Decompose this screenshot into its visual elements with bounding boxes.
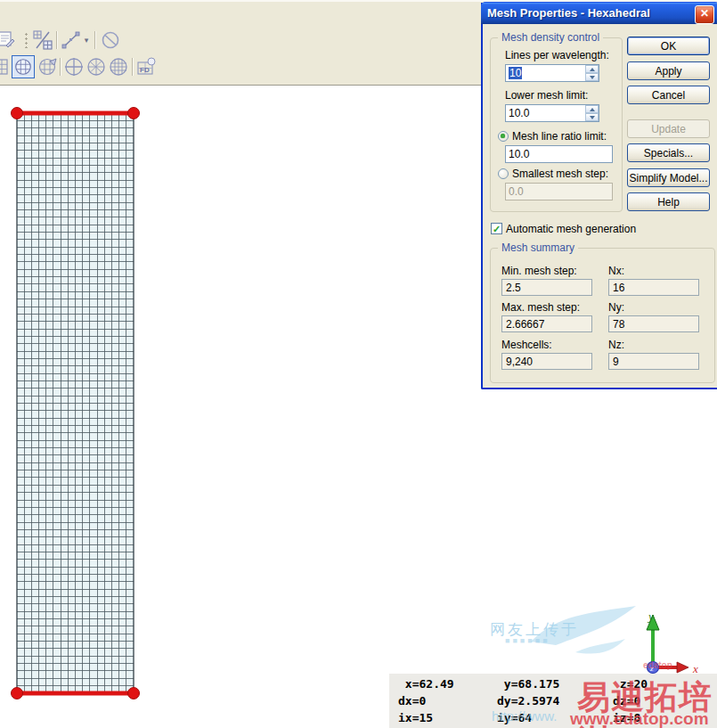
specials-button[interactable]: Specials... [627, 143, 710, 162]
axis-x-label: x [692, 662, 698, 675]
ny-label: Ny: [608, 301, 624, 314]
mesh-summary-caption: Mesh summary [498, 241, 578, 254]
cancel-button[interactable]: Cancel [627, 86, 710, 104]
close-icon[interactable]: ✕ [695, 5, 714, 24]
mesh-properties-icon[interactable] [32, 29, 53, 51]
toolbar-separator [94, 31, 96, 49]
axis-z-label: z [649, 664, 654, 673]
ok-button[interactable]: OK [627, 37, 710, 55]
max-mesh-step-label: Max. mesh step: [501, 301, 580, 314]
lower-mesh-limit-input[interactable]: 10.0 [505, 104, 599, 122]
lower-mesh-limit-value: 10.0 [509, 107, 529, 119]
vertex-handle[interactable] [128, 688, 140, 699]
mesh-line-ratio-value: 10.0 [509, 148, 529, 160]
toolbar-row-1: ▾ [0, 27, 267, 53]
help-button[interactable]: Help [627, 192, 710, 211]
template-icon[interactable] [0, 29, 16, 50]
apply-button[interactable]: Apply [627, 61, 710, 80]
curve-tool-icon[interactable] [61, 29, 82, 51]
application-window: ▾ [0, 0, 717, 728]
mesh-surface-icon[interactable] [37, 56, 59, 78]
mesh-line-ratio-label: Mesh line ratio limit: [512, 130, 607, 143]
lines-per-wavelength-label: Lines per wavelength: [505, 49, 609, 61]
toolbar-row-2: FD [0, 53, 267, 80]
axis-cross-icon[interactable] [63, 56, 85, 78]
vertex-handle[interactable] [12, 688, 23, 699]
axes-indicator: y z x [619, 608, 717, 683]
dialog-title: Mesh Properties - Hexahedral [481, 6, 650, 20]
meshcells-label: Meshcells: [501, 339, 552, 351]
min-mesh-step-field: 2.5 [501, 279, 592, 296]
nz-field: 9 [608, 353, 699, 370]
clipped-grid-icon[interactable] [0, 56, 11, 78]
vertex-handle[interactable] [12, 108, 23, 119]
mesh-plane-z-icon[interactable] [86, 56, 107, 78]
axis-y-label: y [647, 609, 654, 623]
nx-field: 16 [608, 279, 699, 296]
lower-mesh-limit-label: Lower mesh limit: [505, 89, 588, 102]
smallest-mesh-step-input: 0.0 [505, 183, 613, 200]
update-button: Update [627, 119, 710, 138]
spin-up-icon[interactable] [585, 105, 599, 113]
smallest-mesh-step-radio[interactable] [498, 168, 509, 179]
meshed-solid[interactable] [7, 103, 144, 704]
dialog-titlebar[interactable]: Mesh Properties - Hexahedral [481, 2, 717, 24]
mesh-line-ratio-radio[interactable] [498, 131, 509, 142]
smallest-mesh-step-value: 0.0 [509, 185, 524, 198]
lower-mesh-limit-stepper[interactable] [585, 105, 599, 121]
mesh-plane-y-icon[interactable] [108, 56, 129, 78]
meshcells-field: 9,240 [501, 353, 592, 370]
fd-mesh-icon[interactable]: FD [135, 56, 157, 78]
mesh-properties-dialog: Mesh Properties - Hexahedral ✕ Mesh dens… [481, 3, 717, 389]
lines-per-wavelength-input[interactable]: 10 [505, 64, 599, 82]
mesh-line-ratio-input[interactable]: 10.0 [505, 145, 613, 163]
mesh-density-caption: Mesh density control [498, 31, 603, 44]
toolbar-separator [60, 58, 61, 76]
ny-field: 78 [608, 315, 699, 332]
nz-label: Nz: [608, 339, 624, 351]
mesh-summary-group: Mesh summary Min. mesh step: 2.5 Nx: 16 … [490, 248, 715, 383]
automatic-mesh-label: Automatic mesh generation [506, 223, 636, 235]
spin-up-icon[interactable] [585, 65, 599, 73]
toolbar-grip[interactable] [25, 32, 28, 48]
mesh-density-group: Mesh density control Lines per wavelengt… [490, 37, 623, 212]
mesh-view-icon[interactable] [12, 55, 35, 78]
coordinate-readout-x: x=62.49 dx=0 ix=15 [398, 675, 454, 726]
toolbar-separator [56, 31, 58, 49]
disable-mesh-icon[interactable] [100, 29, 121, 51]
svg-text:FD: FD [140, 66, 150, 74]
max-mesh-step-field: 2.66667 [501, 315, 592, 332]
spin-down-icon[interactable] [585, 73, 599, 81]
curve-tool-dropdown-icon[interactable]: ▾ [81, 29, 92, 51]
spin-down-icon[interactable] [585, 113, 599, 121]
smallest-mesh-step-label: Smallest mesh step: [512, 168, 608, 180]
nx-label: Nx: [608, 265, 624, 277]
min-mesh-step-label: Min. mesh step: [501, 265, 577, 277]
vertex-handle[interactable] [128, 108, 140, 119]
lines-per-wavelength-value: 10 [509, 67, 522, 79]
automatic-mesh-checkbox[interactable]: ✓ [491, 223, 502, 234]
toolbar-separator [132, 58, 134, 76]
lines-per-wavelength-stepper[interactable] [585, 65, 599, 81]
simplify-model-button[interactable]: Simplify Model... [627, 168, 710, 187]
coordinate-readout-y: y=68.175 dy=2.5974 iy=64 [497, 675, 559, 726]
